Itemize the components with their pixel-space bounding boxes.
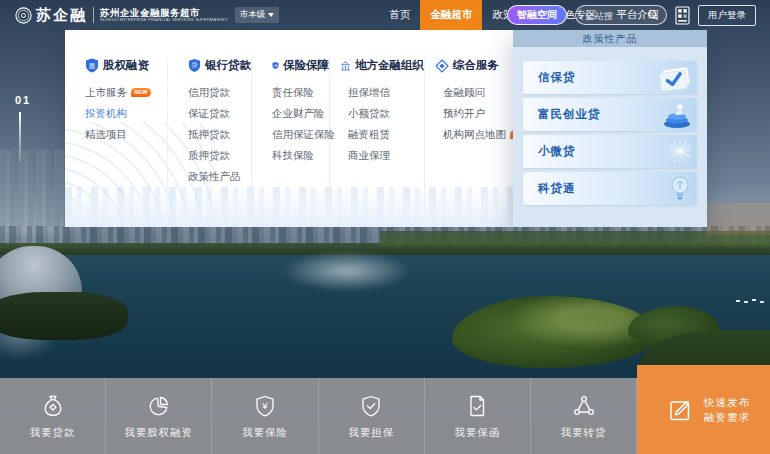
brand[interactable]: 苏企融 苏州企业金融服务超市 SUZHOU ENTERPRISE FINANCI… — [15, 6, 228, 25]
local-finance-icon — [340, 59, 351, 73]
shield-check-icon — [358, 393, 384, 419]
policy-card-fumin-chuangyedai[interactable]: 富民创业贷 — [523, 98, 697, 131]
action-loan-transfer[interactable]: 我要转贷 — [531, 378, 637, 454]
insurance-shield-icon: 保 — [272, 58, 279, 73]
mega-menu-panel: 股 股权融资 上市服务 NEW 投资机构 精选项目 — [65, 30, 513, 227]
action-insurance[interactable]: ¥ 我要保险 — [212, 378, 318, 454]
document-check-icon — [464, 393, 490, 419]
menu-column-local-finance: 地方金融组织 担保增信 小额贷款 融资租赁 商业保理 — [330, 58, 425, 227]
menu-item-pledge-loan[interactable]: 质押贷款 — [188, 150, 251, 161]
menu-column-title: 股权融资 — [103, 58, 149, 73]
svg-text:股: 股 — [89, 62, 96, 69]
nav-item-home[interactable]: 首页 — [379, 0, 420, 30]
menu-column-title: 地方金融组织 — [355, 58, 424, 73]
menu-column-services: 综合服务 金融顾问 预约开户 机构网点地图 NEW — [425, 58, 513, 227]
menu-column-header[interactable]: 保 保险保障 — [272, 58, 329, 73]
action-guarantee[interactable]: 我要担保 — [319, 378, 425, 454]
shield-yuan-icon: ¥ — [252, 393, 278, 419]
menu-item-mortgage-loan[interactable]: 抵押贷款 — [188, 129, 251, 140]
lightbulb-art — [647, 174, 693, 203]
menu-column-title: 保险保障 — [283, 58, 329, 73]
network-icon — [571, 393, 597, 419]
brand-divider — [93, 7, 94, 23]
hero-dome-trees — [0, 292, 128, 340]
money-bag-icon — [40, 393, 66, 419]
policy-products-sidebar: 政策性产品 信保贷 富民创业贷 — [513, 30, 707, 227]
menu-item-liability-insurance[interactable]: 责任保险 — [272, 87, 329, 98]
menu-column-title: 银行贷款 — [205, 58, 251, 73]
header-actions: 智融空间 用户登录 — [507, 0, 756, 30]
menu-item-micro-loan[interactable]: 小额贷款 — [348, 108, 424, 119]
hero-sun-glint — [282, 250, 412, 292]
search-icon[interactable] — [647, 9, 659, 21]
menu-column-title: 综合服务 — [453, 58, 499, 73]
menu-item-property-insurance[interactable]: 企业财产险 — [272, 108, 329, 119]
menu-item-guarantee-credit[interactable]: 担保增信 — [348, 87, 424, 98]
hero-island — [452, 296, 657, 368]
menu-item-listing-service[interactable]: 上市服务 NEW — [85, 87, 167, 98]
login-button[interactable]: 用户登录 — [698, 5, 756, 26]
action-letter-of-guarantee[interactable]: 我要保函 — [425, 378, 531, 454]
hero-sunlit-buildings — [706, 203, 770, 235]
brand-emblem-icon — [15, 7, 32, 24]
menu-item-commercial-factoring[interactable]: 商业保理 — [348, 150, 424, 161]
equity-shield-icon: 股 — [85, 58, 99, 73]
top-header: 苏企融 苏州企业金融服务超市 SUZHOU ENTERPRISE FINANCI… — [0, 0, 770, 30]
search-input[interactable] — [583, 9, 647, 22]
menu-column-header[interactable]: 贷 银行贷款 — [188, 58, 251, 73]
menu-item-account-reservation[interactable]: 预约开户 — [443, 108, 513, 119]
pie-chart-icon — [146, 393, 172, 419]
dandelion-art — [647, 137, 693, 166]
policy-sidebar-title: 政策性产品 — [513, 30, 707, 47]
brand-logo-text: 苏企融 — [36, 6, 87, 25]
action-equity-financing[interactable]: 我要股权融资 — [106, 378, 212, 454]
menu-column-header[interactable]: 综合服务 — [435, 58, 513, 73]
coins-figure-art — [647, 100, 693, 129]
menu-column-equity: 股 股权融资 上市服务 NEW 投资机构 精选项目 — [65, 58, 168, 227]
nav-item-finance-market[interactable]: 金融超市 — [420, 0, 482, 30]
hero-far-city — [0, 150, 70, 234]
edit-icon — [667, 396, 694, 423]
quick-publish-line1: 快速发布 — [704, 395, 750, 410]
region-label: 市本级 — [240, 9, 266, 21]
policy-card-xinbaodai[interactable]: 信保贷 — [523, 61, 697, 94]
menu-item-investment-institutions[interactable]: 投资机构 — [85, 108, 167, 119]
menu-item-tech-insurance[interactable]: 科技保险 — [272, 150, 329, 161]
region-selector[interactable]: 市本级 — [235, 7, 280, 23]
menu-item-selected-projects[interactable]: 精选项目 — [85, 129, 167, 140]
menu-item-policy-products[interactable]: 政策性产品 — [188, 171, 251, 182]
quick-publish-line2: 融资需求 — [704, 410, 750, 425]
qr-code-icon[interactable] — [675, 6, 690, 25]
menu-column-insurance: 保 保险保障 责任保险 企业财产险 信用保证保险 科技保险 — [252, 58, 330, 227]
quick-publish-button[interactable]: 快速发布 融资需求 — [637, 365, 770, 454]
policy-card-kedaitong[interactable]: 科贷通 — [523, 172, 697, 205]
new-badge: NEW — [131, 88, 151, 97]
action-loan[interactable]: 我要贷款 — [0, 378, 106, 454]
policy-card-xiaoweidai[interactable]: 小微贷 — [523, 135, 697, 168]
menu-item-guaranteed-loan[interactable]: 保证贷款 — [188, 108, 251, 119]
menu-item-branch-map[interactable]: 机构网点地图 NEW — [443, 129, 513, 140]
menu-item-credit-guarantee-insurance[interactable]: 信用保证保险 — [272, 129, 329, 140]
services-diamond-icon — [435, 59, 449, 73]
document-check-art — [647, 63, 693, 92]
smart-space-button[interactable]: 智融空间 — [507, 5, 567, 25]
menu-column-header[interactable]: 股 股权融资 — [85, 58, 167, 73]
carousel-indicator: 01 — [15, 94, 31, 106]
hero-boats — [736, 300, 740, 302]
chevron-down-icon — [268, 13, 274, 17]
menu-item-finance-leasing[interactable]: 融资租赁 — [348, 129, 424, 140]
page: 01 苏企融 苏州企业金融服务超市 SUZHOU ENTERPRISE FINA… — [0, 0, 770, 454]
carousel-indicator-line — [19, 112, 21, 162]
menu-column-bank-loans: 贷 银行贷款 信用贷款 保证贷款 抵押贷款 质押贷款 政策性产品 — [168, 58, 252, 227]
menu-item-credit-loan[interactable]: 信用贷款 — [188, 87, 251, 98]
svg-text:贷: 贷 — [191, 62, 197, 69]
loan-shield-icon: 贷 — [188, 58, 201, 73]
menu-column-header[interactable]: 地方金融组织 — [340, 58, 424, 73]
brand-subtitle-en: SUZHOU ENTERPRISE FINANCIAL SERVICES SUP… — [100, 18, 228, 22]
search-box[interactable] — [575, 5, 667, 25]
menu-item-finance-advisor[interactable]: 金融顾问 — [443, 87, 513, 98]
svg-text:¥: ¥ — [261, 400, 268, 411]
